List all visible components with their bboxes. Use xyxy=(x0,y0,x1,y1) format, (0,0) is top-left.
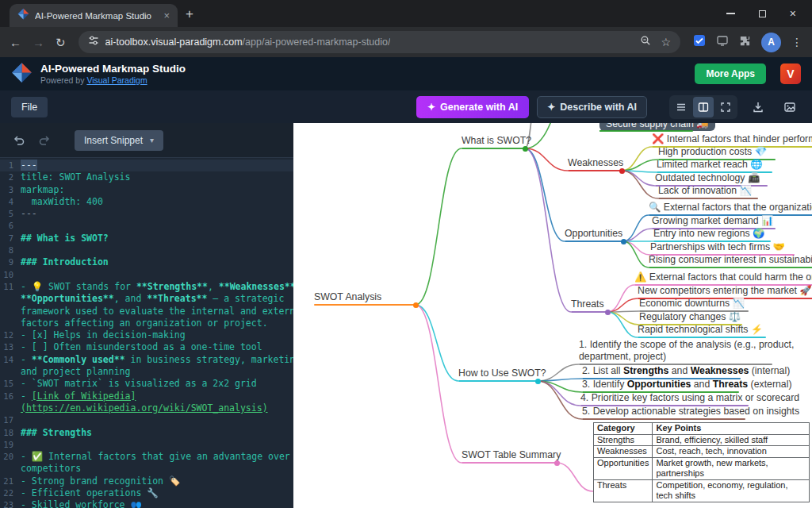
editor-code-line[interactable]: 5--- xyxy=(0,208,293,220)
code-editor[interactable]: 1---2title: SWOT Analysis3markmap:4 maxW… xyxy=(0,158,293,508)
mindmap-node-circle[interactable] xyxy=(535,379,541,384)
extension-icon[interactable] xyxy=(693,34,706,50)
mindmap-node[interactable]: Rapid technological shifts ⚡ xyxy=(638,324,763,336)
mindmap-node[interactable]: SWOT Table Summary xyxy=(462,449,561,461)
editor-code-line[interactable]: 10 xyxy=(0,269,293,281)
editor-code-line[interactable]: 14- **Commonly used** in business strate… xyxy=(0,354,293,366)
editor-code-line[interactable]: and project planning xyxy=(0,366,293,378)
editor-code-line[interactable]: 23- Skilled workforce 👥 xyxy=(0,499,293,508)
mindmap-node[interactable]: How to Use SWOT? xyxy=(458,368,546,379)
export-image-button[interactable] xyxy=(779,96,801,118)
editor-code-line[interactable]: 12- [x] Helps in decision-making xyxy=(0,329,293,341)
mindmap-node[interactable]: ⚠️ External factors that could harm the … xyxy=(634,271,812,283)
download-button[interactable] xyxy=(747,96,769,118)
editor-code-line[interactable]: 9### Introduction xyxy=(0,256,293,268)
editor-code-line[interactable]: 8 xyxy=(0,244,293,256)
mindmap-node-circle[interactable] xyxy=(523,146,528,152)
back-button[interactable]: ← xyxy=(10,37,21,48)
mindmap-node-circle[interactable] xyxy=(605,310,611,315)
more-apps-button[interactable]: More Apps xyxy=(695,64,766,84)
editor-code-line[interactable]: 15- `SWOT matrix` is visualized as a 2x2… xyxy=(0,378,293,390)
visual-paradigm-link[interactable]: Visual Paradigm xyxy=(86,75,147,85)
mindmap-node[interactable]: 1. Identify the scope of the analysis (e… xyxy=(579,339,794,363)
editor-code-line[interactable]: 4 maxWidth: 400 xyxy=(0,196,293,208)
insert-snippet-button[interactable]: Insert Snippet ▾ xyxy=(75,130,163,151)
mindmap-node[interactable]: What is SWOT? xyxy=(462,135,531,147)
url-bar[interactable]: ai-toolbox.visual-paradigm.com/app/ai-po… xyxy=(79,31,680,53)
mindmap-node-circle[interactable] xyxy=(619,168,625,174)
mindmap-node[interactable]: Limited market reach 🌐 xyxy=(657,159,763,171)
editor-toolbar: Insert Snippet ▾ xyxy=(0,123,293,158)
editor-code-line[interactable]: 6 xyxy=(0,220,293,232)
mindmap-node[interactable]: 5. Develop actionable strategies based o… xyxy=(582,406,799,418)
window-maximize-button[interactable] xyxy=(759,10,766,17)
mindmap-node[interactable]: Growing market demand 📊 xyxy=(652,215,773,227)
mindmap-node-circle[interactable] xyxy=(413,302,419,308)
extensions-puzzle-icon[interactable] xyxy=(739,35,751,50)
browser-tab[interactable]: AI-Powered Markmap Studio × xyxy=(10,4,178,27)
generate-with-ai-button[interactable]: ✦ Generate with AI xyxy=(416,96,529,118)
reload-button[interactable]: ↻ xyxy=(56,37,66,48)
zoom-icon[interactable] xyxy=(640,35,651,49)
mindmap-node[interactable]: Threats xyxy=(571,298,604,310)
mindmap-node[interactable]: Outdated technology 📠 xyxy=(655,172,760,184)
mindmap-node[interactable]: New competitors entering the market 🚀 xyxy=(638,285,812,297)
mindmap-node[interactable]: ❌ Internal factors that hinder performan… xyxy=(652,133,812,145)
file-menu-button[interactable]: File xyxy=(11,97,48,117)
mindmap-node[interactable]: Lack of innovation 📉 xyxy=(658,185,752,197)
mindmap-node-circle[interactable] xyxy=(621,239,626,244)
mindmap-node[interactable]: Opportunities xyxy=(565,228,622,240)
vp-account-badge[interactable]: V xyxy=(780,64,801,84)
site-settings-icon[interactable] xyxy=(88,35,99,49)
mindmap-node[interactable]: Regulatory changes ⚖️ xyxy=(639,311,741,323)
editor-code-line[interactable]: 16- [Link of Wikipedia] xyxy=(0,391,293,402)
editor-code-line[interactable]: (https://en.wikipedia.org/wiki/SWOT_anal… xyxy=(0,402,293,414)
forward-button[interactable]: → xyxy=(33,37,44,48)
editor-only-view-button[interactable] xyxy=(671,97,691,117)
editor-code-line[interactable]: 22- Efficient operations 🔧 xyxy=(0,487,293,499)
new-tab-button[interactable]: + xyxy=(186,6,193,22)
undo-button[interactable] xyxy=(10,131,29,150)
mindmap-node[interactable]: Economic downturns 📉 xyxy=(639,298,745,310)
editor-code-line[interactable]: 3markmap: xyxy=(0,184,293,196)
editor-code-line[interactable]: 11- 💡 SWOT stands for **Strengths**, **W… xyxy=(0,281,293,293)
mindmap-node[interactable]: 🔍 External factors that the organization… xyxy=(649,202,812,214)
editor-code-line[interactable]: 7## What is SWOT? xyxy=(0,233,293,244)
browser-tab-strip: AI-Powered Markmap Studio × + × xyxy=(0,0,812,27)
redo-button[interactable] xyxy=(35,131,54,150)
editor-code-line[interactable]: 17 xyxy=(0,414,293,426)
window-minimize-button[interactable] xyxy=(726,13,735,13)
mindmap-node[interactable]: SWOT Analysis xyxy=(314,291,381,303)
mindmap-node-circle[interactable] xyxy=(554,460,560,466)
mindmap-table[interactable]: CategoryKey PointsStrengthsBrand, effici… xyxy=(593,422,810,502)
mindmap-node[interactable]: Weaknesses xyxy=(568,157,623,169)
editor-code-line[interactable]: 18### Strengths xyxy=(0,427,293,439)
mindmap-node[interactable]: Rising consumer interest in sustainabili… xyxy=(649,254,812,266)
mindmap-node[interactable]: 2. List all Strengths and Weaknesses (in… xyxy=(582,365,790,377)
mindmap-node[interactable]: High production costs 💎 xyxy=(658,146,767,158)
editor-code-line[interactable]: competitors xyxy=(0,463,293,475)
tab-close-icon[interactable]: × xyxy=(162,10,171,21)
editor-code-line[interactable]: factors affecting an organization or pro… xyxy=(0,318,293,329)
mindmap-node[interactable]: 4. Prioritize key factors using a matrix… xyxy=(580,392,799,404)
cast-icon[interactable] xyxy=(716,34,729,50)
profile-avatar[interactable]: A xyxy=(761,33,781,52)
mindmap-node[interactable]: 3. Identify Opportunities and Threats (e… xyxy=(582,379,792,391)
mindmap-node[interactable]: Partnerships with tech firms 🤝 xyxy=(650,241,785,253)
fullscreen-view-button[interactable] xyxy=(715,97,736,117)
bookmark-star-icon[interactable]: ☆ xyxy=(661,36,671,48)
describe-with-ai-button[interactable]: ✦ Describe with AI xyxy=(537,96,647,118)
mindmap-node[interactable]: Entry into new regions 🌍 xyxy=(653,228,764,240)
editor-code-line[interactable]: framework used to evaluate the internal … xyxy=(0,306,293,318)
mindmap-canvas[interactable]: SWOT AnalysisWhat is SWOT?Secure supply … xyxy=(293,123,812,508)
editor-code-line[interactable]: 13- [ ] Often misunderstood as a one-tim… xyxy=(0,341,293,353)
editor-code-line[interactable]: **Opportunities**, and **Threats** — a s… xyxy=(0,293,293,305)
window-close-button[interactable]: × xyxy=(790,7,796,20)
editor-code-line[interactable]: 20- ✅ Internal factors that give an adva… xyxy=(0,451,293,463)
browser-menu-icon[interactable]: ⋮ xyxy=(791,36,802,48)
editor-code-line[interactable]: 19 xyxy=(0,439,293,451)
editor-code-line[interactable]: 2title: SWOT Analysis xyxy=(0,171,293,183)
split-view-button[interactable] xyxy=(693,97,714,117)
editor-code-line[interactable]: 1--- xyxy=(0,160,293,171)
editor-code-line[interactable]: 21- Strong brand recognition 🏷️ xyxy=(0,475,293,487)
